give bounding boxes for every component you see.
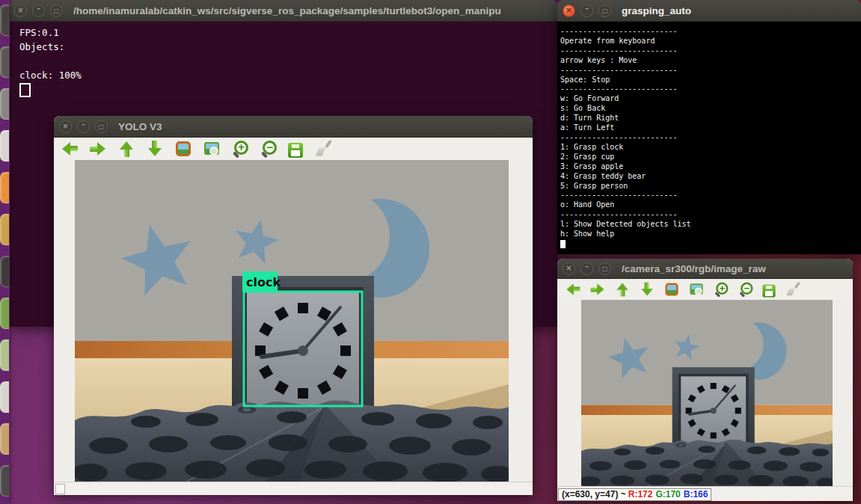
titlebar[interactable]: /camera_sr300/rgb/image_raw: [557, 259, 853, 279]
robot-treads: [75, 401, 509, 482]
minimize-icon[interactable]: [77, 120, 90, 133]
arrow-down-icon[interactable]: [640, 281, 655, 297]
window-title: /home/inamuralab/catkin_ws/src/sigverse_…: [73, 5, 501, 16]
terminal-line: 1: Grasp clock: [560, 143, 861, 153]
launcher-icon[interactable]: [0, 465, 9, 497]
zoom-in-icon[interactable]: +: [231, 140, 249, 158]
pixel-coords: (x=630, y=47) ~: [562, 489, 626, 500]
terminal-lines: --------------------------Operate from k…: [560, 27, 861, 239]
minimize-icon[interactable]: [32, 4, 45, 17]
titlebar[interactable]: /home/inamuralab/catkin_ws/src/sigverse_…: [9, 0, 557, 22]
robot-treads: [581, 440, 833, 487]
window-title: YOLO V3: [118, 121, 162, 132]
launcher-icon[interactable]: [0, 298, 9, 329]
terminal-line: l: Show Detected objects list: [560, 220, 861, 230]
maximize-icon[interactable]: [95, 120, 108, 133]
launcher-icon[interactable]: [0, 130, 9, 162]
resize-grip[interactable]: [55, 484, 65, 494]
image-icon[interactable]: [664, 281, 680, 297]
terminal-cursor: [560, 240, 566, 248]
image-zoom-icon[interactable]: [689, 281, 705, 297]
image-canvas: clock: [54, 159, 533, 482]
maximize-icon[interactable]: [50, 4, 63, 17]
close-icon[interactable]: [563, 4, 575, 17]
detection-image-view: clock: [75, 160, 509, 482]
brush-icon[interactable]: [785, 281, 800, 297]
launcher-icon[interactable]: [0, 423, 9, 455]
titlebar[interactable]: YOLO V3: [54, 116, 533, 138]
pixel-blue-value: B:166: [684, 489, 708, 500]
terminal-line: FPS:0.1: [19, 25, 557, 40]
terminal-line: 5: Grasp person: [560, 182, 861, 191]
launcher-icon[interactable]: [0, 172, 9, 203]
launcher-icon[interactable]: [0, 381, 9, 413]
maximize-icon[interactable]: [598, 4, 611, 17]
minimize-icon[interactable]: [580, 4, 593, 17]
yolo-window: YOLO V3 +−: [54, 116, 533, 495]
detection-label: clock: [246, 275, 281, 289]
launcher-icon[interactable]: [0, 214, 9, 245]
terminal-line: --------------------------: [560, 133, 861, 143]
close-icon[interactable]: [14, 4, 27, 17]
window-title: grasping_auto: [622, 5, 691, 16]
maximize-icon[interactable]: [598, 262, 611, 275]
terminal-line: --------------------------: [560, 210, 861, 220]
image-canvas: [557, 299, 853, 487]
status-bar: [54, 482, 533, 495]
launcher-icon[interactable]: [0, 339, 9, 371]
zoom-out-icon[interactable]: −: [738, 281, 754, 297]
arrow-right-icon[interactable]: [590, 281, 606, 297]
launcher-icon[interactable]: [0, 4, 9, 36]
brush-icon[interactable]: [313, 140, 331, 158]
terminal-line: a: Turn Left: [560, 123, 861, 133]
terminal-line: d: Turn Right: [560, 114, 861, 123]
grasping-terminal-window: grasping_auto --------------------------…: [557, 0, 861, 254]
zoom-out-icon[interactable]: −: [260, 140, 278, 158]
close-icon[interactable]: [59, 120, 72, 133]
terminal-output[interactable]: --------------------------Operate from k…: [557, 22, 861, 254]
terminal-line: --------------------------: [560, 46, 861, 56]
arrow-up-icon[interactable]: [615, 281, 631, 297]
terminal-line: [19, 54, 557, 68]
arrow-left-icon[interactable]: [61, 140, 79, 158]
save-icon[interactable]: [762, 284, 775, 297]
launcher-icon[interactable]: [0, 88, 9, 120]
titlebar[interactable]: grasping_auto: [557, 0, 861, 22]
camera-raw-window: /camera_sr300/rgb/image_raw +−: [557, 259, 853, 501]
save-icon[interactable]: [288, 143, 303, 158]
terminal-line: Operate from keyboard: [560, 37, 861, 46]
terminal-line: --------------------------: [560, 66, 861, 76]
terminal-line: w: Go Forward: [560, 94, 861, 104]
terminal-line: --------------------------: [560, 191, 861, 200]
arrow-down-icon[interactable]: [146, 140, 164, 158]
terminal-line: o: Hand Open: [560, 200, 861, 210]
arrow-left-icon[interactable]: [566, 281, 581, 297]
terminal-line: s: Go Back: [560, 104, 861, 114]
image-zoom-icon[interactable]: [203, 140, 221, 158]
status-bar: (x=630, y=47) ~R:172G:170B:166: [557, 486, 853, 501]
terminal-line: Space: Stop: [560, 76, 861, 85]
terminal-line: clock: 100%: [19, 68, 557, 82]
image-view-toolbar: +−: [557, 279, 853, 300]
arrow-right-icon[interactable]: [89, 140, 107, 158]
window-title: /camera_sr300/rgb/image_raw: [622, 263, 766, 274]
camera-scene: [581, 300, 833, 487]
pixel-red-value: R:172: [628, 489, 653, 500]
terminal-line: Objects:: [19, 40, 557, 54]
terminal-cursor: [19, 83, 31, 97]
terminal-line: arrow keys : Move: [560, 56, 861, 66]
minimize-icon[interactable]: [580, 262, 593, 275]
launcher-icon[interactable]: [0, 46, 9, 78]
close-icon[interactable]: [563, 262, 575, 275]
launcher-icon[interactable]: [0, 256, 9, 287]
image-view-toolbar: +−: [54, 138, 533, 160]
terminal-line: 3: Grasp apple: [560, 162, 861, 172]
arrow-up-icon[interactable]: [117, 140, 135, 158]
raw-image-view: [581, 300, 833, 487]
pixel-info-field: (x=630, y=47) ~R:172G:170B:166: [558, 488, 711, 501]
pixel-green-value: G:170: [655, 489, 680, 500]
zoom-in-icon[interactable]: +: [714, 281, 729, 297]
terminal-line: h: Show help: [560, 230, 861, 239]
image-icon[interactable]: [174, 140, 192, 158]
terminal-line: 2: Grasp cup: [560, 153, 861, 162]
